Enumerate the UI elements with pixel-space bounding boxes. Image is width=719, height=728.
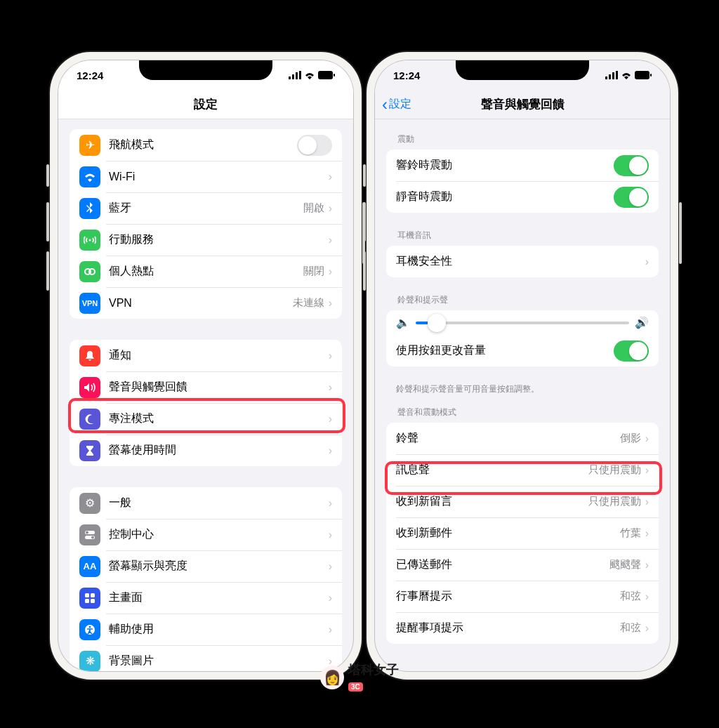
row-calendar[interactable]: 行事曆提示 和弦 › [386,581,659,612]
section-vibrate: 震動 [375,129,670,150]
row-screentime[interactable]: 螢幕使用時間 › [70,435,342,466]
back-button[interactable]: ‹ 設定 [382,96,411,113]
group-general: ⚙ 一般 › 控制中心 › AA 螢幕顯示與亮度 › 主畫面 › [70,487,342,671]
section-patterns: 聲音和震動模式 [375,402,670,423]
toggle[interactable] [614,155,649,176]
row-label: 螢幕使用時間 [109,443,329,458]
group-headphone: 耳機安全性 › [386,246,659,277]
row-label: 螢幕顯示與亮度 [109,559,329,574]
row-value: 只使用震動 [588,463,641,477]
row-label: 鈴聲 [396,431,620,446]
row-label: 主畫面 [109,590,329,605]
row-notifications[interactable]: 通知 › [70,340,342,371]
chevron-right-icon: › [329,234,332,246]
sound-icon [79,377,100,398]
vpn-icon: VPN [79,293,100,314]
row-cellular[interactable]: 行動服務 › [70,224,342,256]
row-label: 藍牙 [109,201,303,216]
svg-rect-20 [609,74,611,79]
row-label: 收到新郵件 [396,526,620,541]
row-vpn[interactable]: VPN VPN 未連線 › [70,287,342,319]
watermark: 👩 塔科女子 3C [320,661,399,693]
speaker-high-icon: 🔊 [635,316,649,329]
row-value: 未連線 [293,296,324,310]
row-value: 關閉 [303,265,324,278]
chevron-right-icon: › [329,381,332,394]
row-wallpaper[interactable]: ❋ 背景圖片 › [70,645,342,671]
settings-content: ✈ 飛航模式 Wi-Fi › 藍牙 開啟 › [58,119,353,671]
row-headphone-safety[interactable]: 耳機安全性 › [386,246,659,277]
volume-footnote: 鈴聲和提示聲音量可用音量按鈕調整。 [375,379,670,402]
phone-right: 12:24 ‹ 設定 聲音與觸覺回饋 震動 響鈴時震動 靜音時 [367,52,678,680]
moon-icon [79,409,100,430]
row-control-center[interactable]: 控制中心 › [70,519,342,550]
row-label: 聲音與觸覺回饋 [109,380,329,395]
header: ‹ 設定 聲音與觸覺回饋 [375,90,670,119]
chevron-right-icon: › [329,171,332,183]
row-display[interactable]: AA 螢幕顯示與亮度 › [70,550,342,582]
chevron-right-icon: › [645,464,649,477]
row-sent-mail[interactable]: 已傳送郵件 颼颼聲 › [386,549,659,581]
row-sounds[interactable]: 聲音與觸覺回饋 › [70,371,342,403]
row-home[interactable]: 主畫面 › [70,582,342,614]
row-accessibility[interactable]: 輔助使用 › [70,614,342,645]
page-title: 聲音與觸覺回饋 [481,96,565,112]
row-label: 飛航模式 [109,138,297,152]
svg-point-18 [89,626,91,628]
group-patterns: 鈴聲 倒影 › 訊息聲 只使用震動 › 收到新留言 只使用震動 › 收到新郵件 … [386,423,659,644]
battery-icon [318,71,335,79]
row-voicemail[interactable]: 收到新留言 只使用震動 › [386,486,659,517]
row-value: 和弦 [620,590,641,603]
switches-icon [79,524,100,545]
row-new-mail[interactable]: 收到新郵件 竹葉 › [386,517,659,549]
row-ring-vibrate[interactable]: 響鈴時震動 [386,150,659,181]
status-time: 12:24 [77,70,103,81]
row-silent-vibrate[interactable]: 靜音時震動 [386,181,659,213]
volume-slider[interactable] [416,322,629,324]
chevron-right-icon: › [329,444,332,457]
group-vibrate: 響鈴時震動 靜音時震動 [386,150,659,213]
notch [456,60,589,80]
signal-icon [289,71,301,79]
toggle-airplane[interactable] [297,135,332,156]
chevron-right-icon: › [645,622,649,635]
chevron-left-icon: ‹ [382,96,388,113]
row-bluetooth[interactable]: 藍牙 開啟 › [70,192,342,224]
chevron-right-icon: › [329,297,332,310]
chevron-right-icon: › [329,560,332,573]
chevron-right-icon: › [329,202,332,215]
row-ringtone[interactable]: 鈴聲 倒影 › [386,423,659,454]
status-icons [605,71,652,79]
sounds-content: 震動 響鈴時震動 靜音時震動 耳機音訊 耳機安全性 › 鈴聲和提示聲 [375,119,670,671]
watermark-text: 塔科女子 [348,663,399,677]
svg-rect-23 [635,71,649,79]
row-airplane[interactable]: ✈ 飛航模式 [70,129,342,161]
section-headphone: 耳機音訊 [375,225,670,246]
wallpaper-icon: ❋ [79,651,100,672]
row-value: 颼颼聲 [609,558,641,571]
row-label: 靜音時震動 [396,190,614,204]
row-text-tone[interactable]: 訊息聲 只使用震動 › [386,454,659,486]
row-hotspot[interactable]: 個人熱點 關閉 › [70,256,342,287]
toggle[interactable] [614,340,649,362]
chevron-right-icon: › [329,623,332,636]
row-label: 專注模式 [109,411,329,426]
row-general[interactable]: ⚙ 一般 › [70,487,342,519]
signal-icon [605,71,618,79]
watermark-avatar: 👩 [320,666,344,689]
svg-point-11 [86,531,88,534]
row-label: 行動服務 [109,232,329,247]
svg-rect-3 [299,71,301,79]
row-change-with-buttons[interactable]: 使用按鈕更改音量 [386,335,659,366]
bluetooth-icon [79,198,100,219]
row-focus[interactable]: 專注模式 › [70,403,342,435]
svg-rect-13 [85,593,89,597]
row-reminder[interactable]: 提醒事項提示 和弦 › [386,612,659,644]
access-icon [79,619,100,640]
row-wifi[interactable]: Wi-Fi › [70,161,342,192]
toggle[interactable] [614,187,649,208]
chevron-right-icon: › [645,256,649,268]
svg-rect-24 [650,74,652,77]
status-icons [289,71,335,79]
gear-icon: ⚙ [79,493,100,514]
